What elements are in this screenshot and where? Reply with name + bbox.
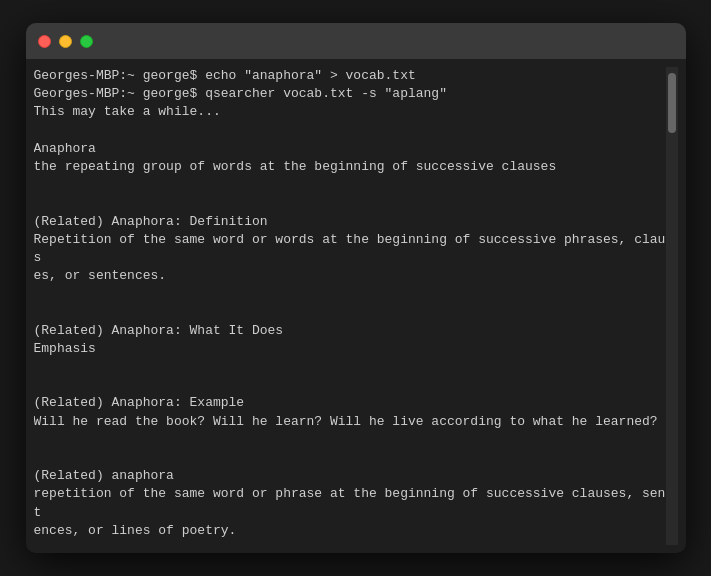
terminal-output-line: es, or sentences. xyxy=(34,267,666,285)
terminal-empty-line xyxy=(34,376,666,394)
terminal-output-line: (Related) Anaphora: What It Does xyxy=(34,322,666,340)
titlebar xyxy=(26,23,686,59)
terminal-output-line: ences, or lines of poetry. xyxy=(34,522,666,540)
terminal-output-line: (Related) Anaphora: Example xyxy=(34,394,666,412)
terminal-empty-line xyxy=(34,431,666,449)
terminal-output-line: Emphasis xyxy=(34,340,666,358)
terminal-empty-line xyxy=(34,540,666,545)
terminal-output-line: (Related) anaphora xyxy=(34,467,666,485)
terminal-empty-line xyxy=(34,358,666,376)
terminal-output-line: (Related) Anaphora: Definition xyxy=(34,213,666,231)
terminal-content: Georges-MBP:~ george$ echo "anaphora" > … xyxy=(34,67,666,545)
terminal-output-line: Will he read the book? Will he learn? Wi… xyxy=(34,413,666,431)
terminal-empty-line xyxy=(34,303,666,321)
terminal-output-line: Anaphora xyxy=(34,140,666,158)
terminal-prompt-line: Georges-MBP:~ george$ qsearcher vocab.tx… xyxy=(34,85,666,103)
terminal-empty-line xyxy=(34,176,666,194)
terminal-empty-line xyxy=(34,122,666,140)
terminal-body[interactable]: Georges-MBP:~ george$ echo "anaphora" > … xyxy=(26,59,686,553)
terminal-output-line: Repetition of the same word or words at … xyxy=(34,231,666,267)
scrollbar[interactable] xyxy=(666,67,678,545)
terminal-output-line: the repeating group of words at the begi… xyxy=(34,158,666,176)
terminal-empty-line xyxy=(34,285,666,303)
terminal-output-line: repetition of the same word or phrase at… xyxy=(34,485,666,521)
terminal-window: Georges-MBP:~ george$ echo "anaphora" > … xyxy=(26,23,686,553)
traffic-lights xyxy=(38,35,93,48)
terminal-prompt-line: Georges-MBP:~ george$ echo "anaphora" > … xyxy=(34,67,666,85)
minimize-button[interactable] xyxy=(59,35,72,48)
maximize-button[interactable] xyxy=(80,35,93,48)
terminal-empty-line xyxy=(34,449,666,467)
close-button[interactable] xyxy=(38,35,51,48)
scrollbar-thumb[interactable] xyxy=(668,73,676,133)
terminal-output-line: This may take a while... xyxy=(34,103,666,121)
terminal-empty-line xyxy=(34,194,666,212)
